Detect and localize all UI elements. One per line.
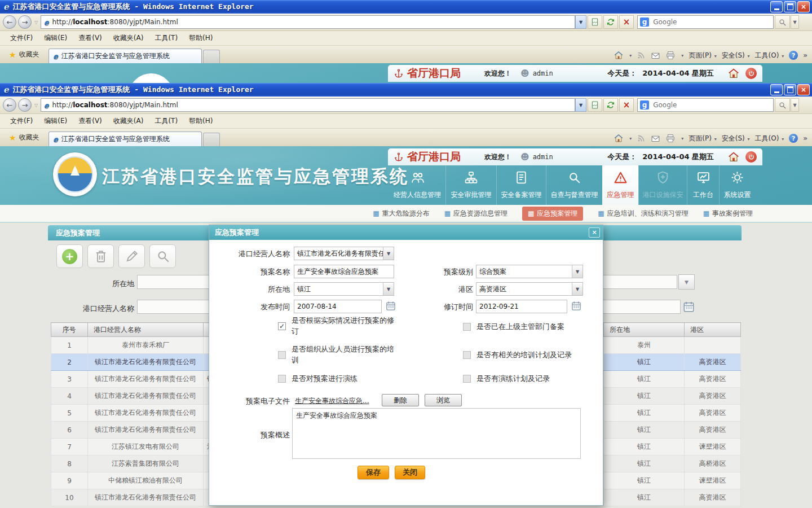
delete-file-button[interactable]: 删除 (382, 394, 419, 406)
read-mail-icon[interactable] (651, 51, 660, 60)
history-caret-icon[interactable]: ▽ (34, 20, 38, 25)
forward-button[interactable]: → (18, 98, 32, 112)
checkbox-2[interactable] (463, 323, 471, 331)
help-icon[interactable]: ? (789, 51, 798, 60)
print-icon[interactable] (665, 50, 676, 60)
menu-item-5[interactable]: 帮助(H) (183, 115, 218, 128)
minimize-button[interactable] (770, 1, 783, 12)
compatibility-view-button[interactable] (588, 98, 602, 112)
home-shortcut-icon[interactable] (727, 67, 740, 80)
summary-textarea[interactable]: 生产安全事故综合应急预案 (292, 408, 581, 459)
new-tab-stub[interactable] (203, 133, 220, 146)
home-caret[interactable]: ▾ (629, 53, 632, 58)
home-icon[interactable] (614, 133, 624, 143)
url-dropdown-button[interactable]: ▼ (575, 15, 586, 29)
edit-button[interactable] (118, 244, 145, 268)
nav-item-8[interactable]: 系统设置 (719, 165, 755, 205)
forward-button[interactable]: → (18, 15, 32, 29)
menu-item-4[interactable]: 工具(T) (149, 115, 183, 128)
plan-name-input[interactable] (294, 265, 394, 278)
nav-item-6[interactable]: 港口设施保安 (638, 165, 687, 205)
sub-nav-item-1[interactable]: ▦重大危险源分布 (373, 209, 429, 218)
nav-item-4[interactable]: 自查与督查管理 (546, 165, 602, 205)
refresh-button[interactable] (603, 15, 618, 29)
home-caret[interactable]: ▾ (629, 136, 632, 141)
restore-button[interactable] (784, 84, 796, 95)
operator-select[interactable]: 镇江市港龙石化港务有限责任公▼ (294, 247, 394, 260)
add-button[interactable]: + (56, 244, 83, 268)
dialog-title-bar[interactable]: 应急预案管理 × (209, 225, 603, 240)
safety-menu[interactable]: 安全(S) ▾ (722, 51, 750, 60)
history-caret-icon[interactable]: ▽ (34, 103, 38, 108)
publish-date-input[interactable] (294, 300, 382, 313)
read-mail-icon[interactable] (651, 134, 660, 143)
search-box[interactable]: g (637, 15, 774, 29)
checkbox-1[interactable]: ✓ (278, 322, 286, 330)
delete-button[interactable] (87, 244, 114, 268)
dialog-close-icon[interactable]: × (589, 227, 600, 238)
back-button[interactable]: ← (3, 98, 16, 112)
save-button[interactable]: 保存 (358, 466, 389, 479)
favorites-button[interactable]: ★ 收藏夹 (3, 50, 45, 63)
url-field[interactable]: e http://localhost:8080/yjpt/Main.html (41, 15, 575, 29)
search-box[interactable]: g (637, 98, 774, 112)
refresh-button[interactable] (603, 98, 618, 112)
checkbox-5[interactable] (278, 375, 286, 383)
close-button[interactable]: × (797, 1, 810, 12)
search-options-caret[interactable]: ▼ (791, 98, 799, 112)
checkbox-3[interactable] (278, 351, 286, 359)
menu-item-0[interactable]: 文件(F) (5, 115, 38, 128)
col-operator[interactable]: 港口经营人名称 (88, 323, 204, 337)
col-area[interactable]: 港区 (685, 323, 741, 337)
page-menu[interactable]: 页面(P) ▾ (689, 51, 716, 60)
search-input[interactable] (652, 100, 767, 110)
back-button[interactable]: ← (3, 15, 16, 29)
search-dropdown-button[interactable]: ▼ (678, 274, 695, 290)
search-options-caret[interactable]: ▼ (791, 15, 799, 29)
print-caret[interactable]: ▾ (681, 136, 683, 141)
calendar-icon[interactable] (682, 300, 695, 313)
search-button[interactable] (149, 244, 176, 268)
menu-item-0[interactable]: 文件(F) (5, 32, 38, 45)
menu-item-5[interactable]: 帮助(H) (183, 32, 218, 45)
tools-menu[interactable]: 工具(O) ▾ (755, 134, 784, 143)
calendar-icon[interactable] (385, 300, 396, 312)
favorites-button[interactable]: ★ 收藏夹 (3, 133, 45, 146)
title-bar[interactable]: e 江苏省港口安全监管与应急管理系统 - Windows Internet Ex… (0, 0, 812, 14)
plan-file-link[interactable]: 生产安全事故综合应急... (295, 396, 369, 406)
location-select[interactable]: 镇江▼ (294, 282, 394, 296)
browser-tab[interactable]: e 江苏省港口安全监管与应急管理系统 (48, 132, 202, 146)
port-area-select[interactable]: 高资港区▼ (476, 282, 583, 296)
nav-item-5[interactable]: 应急管理 (602, 165, 638, 205)
help-icon[interactable]: ? (789, 134, 798, 143)
search-input[interactable] (652, 17, 767, 27)
logout-power-icon[interactable] (745, 68, 757, 79)
col-location[interactable]: 所在地 (604, 323, 685, 337)
home-icon[interactable] (614, 50, 624, 60)
menu-item-4[interactable]: 工具(T) (149, 32, 183, 45)
sub-nav-item-2[interactable]: ▦应急资源信息管理 (444, 209, 508, 218)
logout-power-icon[interactable] (745, 151, 757, 163)
sub-nav-item-4[interactable]: ▦应急培训、演练和演习管理 (598, 209, 688, 218)
close-dialog-button[interactable]: 关闭 (395, 466, 425, 479)
tools-menu[interactable]: 工具(O) ▾ (755, 51, 784, 60)
menu-item-1[interactable]: 编辑(E) (38, 115, 73, 128)
stop-button[interactable]: × (619, 98, 634, 112)
checkbox-6[interactable] (463, 375, 471, 383)
print-icon[interactable] (665, 133, 676, 143)
safety-menu[interactable]: 安全(S) ▾ (722, 134, 750, 143)
minimize-button[interactable] (770, 84, 783, 95)
compatibility-view-button[interactable] (588, 15, 602, 29)
checkbox-4[interactable] (463, 351, 471, 359)
close-button[interactable]: × (797, 84, 810, 95)
url-dropdown-button[interactable]: ▼ (575, 98, 586, 112)
menu-item-2[interactable]: 查看(V) (73, 115, 108, 128)
plan-level-select[interactable]: 综合预案▼ (476, 265, 583, 278)
browser-tab[interactable]: e 江苏省港口安全监管与应急管理系统 (48, 49, 202, 63)
restore-button[interactable] (784, 1, 796, 12)
feeds-icon[interactable] (637, 51, 646, 60)
calendar-icon[interactable] (571, 300, 582, 312)
menu-item-2[interactable]: 查看(V) (73, 32, 108, 45)
page-menu[interactable]: 页面(P) ▾ (689, 134, 716, 143)
nav-item-3[interactable]: 安全备案管理 (496, 165, 546, 205)
